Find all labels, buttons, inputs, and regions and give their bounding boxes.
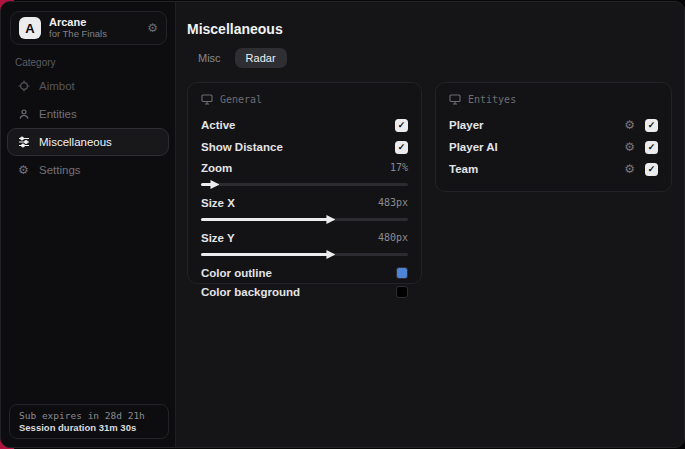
sidebar-item-label: Entities xyxy=(39,108,77,120)
sidebar-item-label: Settings xyxy=(39,164,81,176)
monitor-icon xyxy=(449,94,461,105)
check-icon: ✓ xyxy=(648,143,656,152)
show-distance-checkbox[interactable]: ✓ xyxy=(395,141,408,154)
show-distance-label: Show Distance xyxy=(201,141,283,153)
tab-misc[interactable]: Misc xyxy=(187,48,232,68)
entity-label: Team xyxy=(449,163,624,175)
size-x-value: 483px xyxy=(378,197,408,208)
category-label: Category xyxy=(15,57,56,68)
sidebar: A Arcane for The Finals ⚙ Category Aimbo… xyxy=(1,2,176,447)
sidebar-item-label: Aimbot xyxy=(39,80,75,92)
size-x-slider[interactable] xyxy=(201,213,408,225)
check-icon: ✓ xyxy=(648,165,656,174)
active-label: Active xyxy=(201,119,236,131)
slider-fill xyxy=(201,218,331,221)
sidebar-item-miscellaneous[interactable]: Miscellaneous xyxy=(7,128,169,156)
entity-label: Player AI xyxy=(449,141,624,153)
slider-thumb[interactable] xyxy=(210,180,219,189)
sidebar-item-aimbot[interactable]: Aimbot xyxy=(7,72,169,100)
entity-checkbox[interactable]: ✓ xyxy=(645,163,658,176)
app-logo-card: A Arcane for The Finals ⚙ xyxy=(10,11,167,45)
entities-panel: Entityes Player ⚙ ✓ Player AI ⚙ ✓ xyxy=(435,82,672,192)
color-outline-label: Color outline xyxy=(201,267,272,279)
entity-row-team: Team ⚙ ✓ xyxy=(449,158,658,180)
check-icon: ✓ xyxy=(398,143,406,152)
sidebar-item-entities[interactable]: Entities xyxy=(7,100,169,128)
sidebar-item-label: Miscellaneous xyxy=(39,136,112,148)
gear-icon[interactable]: ⚙ xyxy=(624,163,635,175)
size-y-label: Size Y xyxy=(201,232,235,244)
entity-label: Player xyxy=(449,119,624,131)
color-outline-swatch[interactable] xyxy=(396,267,408,279)
app-window: A Arcane for The Finals ⚙ Category Aimbo… xyxy=(0,1,685,448)
size-y-row: Size Y 480px xyxy=(201,228,408,247)
size-x-row: Size X 483px xyxy=(201,193,408,212)
page-title: Miscellaneous xyxy=(187,21,283,37)
color-background-row: Color background xyxy=(201,282,408,301)
entity-checkbox[interactable]: ✓ xyxy=(645,141,658,154)
gear-icon[interactable]: ⚙ xyxy=(624,119,635,131)
general-panel-title: General xyxy=(220,94,262,105)
active-row: Active ✓ xyxy=(201,114,408,136)
active-checkbox[interactable]: ✓ xyxy=(395,119,408,132)
app-logo: A xyxy=(19,17,41,39)
color-outline-row: Color outline xyxy=(201,263,408,282)
crosshair-icon xyxy=(17,80,30,93)
gear-icon[interactable]: ⚙ xyxy=(147,21,158,35)
session-info-box: Sub expires in 28d 21h Session duration … xyxy=(9,404,169,439)
app-subtitle: for The Finals xyxy=(49,29,139,40)
gear-icon[interactable]: ⚙ xyxy=(624,141,635,153)
slider-fill xyxy=(201,253,331,256)
zoom-slider[interactable] xyxy=(201,178,408,190)
zoom-value: 17% xyxy=(390,162,408,173)
check-icon: ✓ xyxy=(648,121,656,130)
entities-panel-header: Entityes xyxy=(449,94,658,105)
slider-thumb[interactable] xyxy=(326,215,335,224)
tab-bar: Misc Radar xyxy=(187,48,287,68)
color-background-swatch[interactable] xyxy=(396,286,408,298)
main-content: Miscellaneous Misc Radar General Active xyxy=(177,2,684,447)
show-distance-row: Show Distance ✓ xyxy=(201,136,408,158)
sliders-icon xyxy=(17,136,30,149)
general-panel-header: General xyxy=(201,94,408,105)
entity-checkbox[interactable]: ✓ xyxy=(645,119,658,132)
slider-track xyxy=(201,183,408,186)
color-background-label: Color background xyxy=(201,286,300,298)
slider-fill xyxy=(201,183,215,186)
tab-radar[interactable]: Radar xyxy=(235,48,287,68)
size-y-value: 480px xyxy=(378,232,408,243)
sidebar-nav: Aimbot Entities Miscel xyxy=(7,72,169,184)
sub-expiry-text: Sub expires in 28d 21h xyxy=(19,410,159,421)
session-duration-text: Session duration 31m 30s xyxy=(19,422,159,433)
size-x-label: Size X xyxy=(201,197,235,209)
gear-icon: ⚙ xyxy=(17,164,30,177)
entities-icon xyxy=(17,108,30,121)
size-y-slider[interactable] xyxy=(201,248,408,260)
entities-panel-title: Entityes xyxy=(468,94,516,105)
slider-thumb[interactable] xyxy=(326,250,335,259)
sidebar-item-settings[interactable]: ⚙ Settings xyxy=(7,156,169,184)
general-panel: General Active ✓ Show Distance ✓ Zoom xyxy=(187,82,422,284)
zoom-row: Zoom 17% xyxy=(201,158,408,177)
zoom-label: Zoom xyxy=(201,162,232,174)
app-identity: Arcane for The Finals xyxy=(49,16,139,40)
monitor-icon xyxy=(201,94,213,105)
app-name: Arcane xyxy=(49,16,139,29)
entity-row-player: Player ⚙ ✓ xyxy=(449,114,658,136)
panel-row: General Active ✓ Show Distance ✓ Zoom xyxy=(187,82,672,284)
check-icon: ✓ xyxy=(398,121,406,130)
entity-row-player-ai: Player AI ⚙ ✓ xyxy=(449,136,658,158)
